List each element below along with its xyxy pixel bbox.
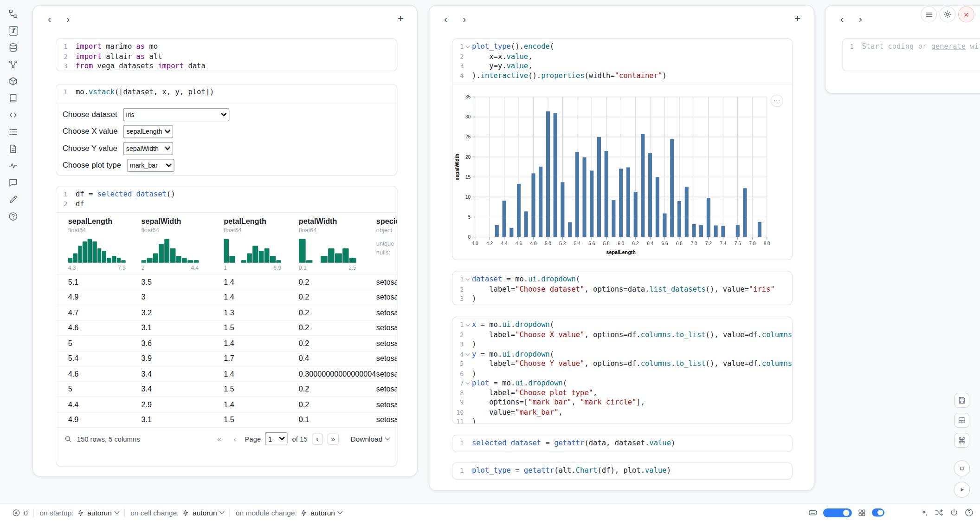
sidebar-item-file-explorer[interactable] — [5, 6, 21, 21]
fold-toggle-icon[interactable] — [464, 320, 472, 330]
table-row[interactable]: 4.63.41.40.30000000000000004setosa — [56, 366, 397, 382]
runtime-setting-dropdown[interactable]: on startup:autorun — [34, 509, 124, 516]
sidebar-item-scratchpad[interactable] — [5, 192, 21, 207]
close-panel-button[interactable]: × — [958, 6, 974, 22]
bar-chart[interactable]: 051015202530354.04.24.44.64.85.05.25.45.… — [452, 85, 793, 260]
table-row[interactable]: 53.41.50.2setosa — [56, 382, 397, 397]
settings-button[interactable] — [939, 6, 955, 22]
code-editor[interactable]: 1dataset = mo.ui.dropdown(2 label="Choos… — [452, 272, 792, 306]
code-cell-xy-plot-dropdowns[interactable]: 1x = mo.ui.dropdown(2 label="Choose X va… — [452, 317, 793, 424]
dropdown-choose-plot-type[interactable]: mark_bar — [127, 158, 174, 171]
column-expand-right-button[interactable]: › — [853, 11, 868, 26]
fold-toggle-icon[interactable] — [464, 274, 472, 284]
sidebar-item-functions[interactable]: f — [5, 23, 21, 38]
layout-button[interactable] — [954, 413, 969, 428]
compact-toggle[interactable] — [872, 508, 884, 517]
table-row[interactable]: 4.42.91.40.2setosa — [56, 397, 397, 412]
sidebar-item-data-sources[interactable] — [5, 40, 21, 55]
dropdown-choose-x-value[interactable]: sepalLength — [123, 125, 174, 138]
table-column-header[interactable]: speciesobjectuniquenulls: — [376, 217, 397, 271]
error-count-indicator[interactable]: 0 — [6, 508, 33, 517]
chart-actions-button[interactable]: ⋯ — [771, 94, 783, 107]
add-cell-button[interactable]: + — [393, 11, 408, 26]
sidebar-item-snippets[interactable] — [5, 108, 21, 123]
sidebar-item-outline[interactable] — [5, 91, 21, 105]
menu-button[interactable] — [921, 6, 937, 22]
code-cell-dataframe[interactable]: 1df = selected_dataset()2df sepalLengthf… — [56, 186, 398, 467]
download-button[interactable]: Download — [350, 435, 389, 443]
table-column-header[interactable]: petalWidthfloat64 0.12.5 — [299, 217, 376, 271]
add-cell-button[interactable]: + — [790, 11, 805, 26]
runtime-setting-dropdown[interactable]: on module change:autorun — [230, 509, 348, 516]
runtime-setting-dropdown[interactable]: on cell change:autorun — [125, 509, 229, 516]
save-button[interactable] — [954, 393, 969, 408]
last-page-button[interactable]: » — [328, 433, 339, 444]
code-editor[interactable]: 1plot_type = getattr(alt.Chart(df), plot… — [452, 463, 792, 479]
code-editor[interactable]: 1df = selected_dataset()2df — [56, 186, 397, 212]
sidebar-item-help[interactable] — [5, 209, 21, 224]
sidebar-item-packages[interactable] — [5, 74, 21, 89]
code-editor[interactable]: 1selected_dataset = getattr(data, datase… — [452, 435, 792, 451]
search-icon[interactable] — [64, 434, 72, 443]
code-placeholder[interactable]: Start coding or generate with AI — [862, 42, 980, 52]
code-line: 2 label="Choose X value", options=df.col… — [452, 330, 792, 340]
fold-toggle-icon[interactable] — [464, 349, 472, 359]
keyboard-shortcuts-button[interactable]: ⌘ — [954, 433, 969, 448]
sidebar-item-variables[interactable] — [5, 57, 21, 72]
keyboard-icon[interactable] — [808, 508, 818, 517]
dropdown-choose-y-value[interactable]: sepalWidth — [123, 142, 173, 155]
table-row[interactable]: 4.63.11.50.2setosa — [56, 320, 397, 336]
table-row[interactable]: 4.73.21.30.2setosa — [56, 305, 397, 320]
run-all-button[interactable] — [954, 482, 970, 498]
column-expand-right-button[interactable]: › — [457, 11, 472, 26]
column-expand-right-button[interactable]: › — [61, 11, 76, 26]
prev-page-button[interactable]: ‹ — [229, 433, 240, 444]
page-select[interactable]: 1 — [265, 432, 288, 445]
table-cell: 1.4 — [224, 293, 299, 302]
sidebar-item-tracing[interactable] — [5, 158, 21, 173]
table-column-header[interactable]: petalLengthfloat64 16.9 — [224, 217, 299, 271]
runtime-toggle[interactable] — [823, 508, 852, 517]
shuffle-icon[interactable] — [935, 508, 944, 517]
fold-toggle-icon[interactable] — [464, 378, 472, 388]
code-cell-imports[interactable]: 1import marimo as mo2import altair as al… — [56, 38, 398, 71]
code-editor[interactable]: 1plot_type().encode(2 x=x.value,3 y=y.va… — [452, 39, 792, 84]
chevron-down-icon — [337, 509, 342, 514]
svg-text:4.0: 4.0 — [472, 241, 478, 246]
sidebar-item-ai-chat[interactable] — [5, 175, 21, 190]
column-collapse-left-button[interactable]: ‹ — [834, 11, 849, 26]
table-row[interactable]: 53.61.40.2setosa — [56, 336, 397, 351]
code-cell-selected-dataset[interactable]: 1selected_dataset = getattr(data, datase… — [452, 435, 793, 452]
altair-chart-output[interactable]: 051015202530354.04.24.44.64.85.05.25.45.… — [452, 84, 792, 260]
scratchpad-cell[interactable]: 1 Start coding or generate with AI — [842, 38, 980, 71]
table-column-header[interactable]: sepalLengthfloat64 4.37.9 — [68, 217, 142, 271]
code-editor[interactable]: 1import marimo as mo2import altair as al… — [56, 39, 397, 72]
table-column-header[interactable]: sepalWidthfloat64 24.4 — [141, 217, 224, 271]
code-cell-dataset-dropdown[interactable]: 1dataset = mo.ui.dropdown(2 label="Choos… — [452, 271, 793, 305]
table-row[interactable]: 5.13.51.40.2setosa — [56, 274, 397, 290]
code-editor[interactable]: 1mo.vstack([dataset, x, y, plot]) — [56, 85, 397, 100]
table-row[interactable]: 4.931.40.2setosa — [56, 290, 397, 305]
sidebar-item-logs[interactable] — [5, 124, 21, 139]
dropdown-choose-dataset[interactable]: iris — [123, 108, 229, 121]
column-collapse-left-button[interactable]: ‹ — [42, 11, 57, 26]
first-page-button[interactable]: « — [213, 433, 225, 444]
fold-toggle-icon[interactable] — [464, 42, 472, 52]
runtime-setting-value: autorun — [310, 509, 335, 516]
sidebar-item-documentation[interactable] — [5, 141, 21, 156]
interrupt-button[interactable] — [954, 460, 970, 476]
code-cell-plot-type[interactable]: 1plot_type = getattr(alt.Chart(df), plot… — [452, 462, 793, 480]
code-cell-chart[interactable]: 1plot_type().encode(2 x=x.value,3 y=y.va… — [452, 38, 793, 260]
power-icon[interactable] — [949, 508, 959, 517]
code-editor[interactable]: 1x = mo.ui.dropdown(2 label="Choose X va… — [452, 317, 792, 424]
generate-with-ai-link[interactable]: generate — [931, 42, 966, 51]
table-row[interactable]: 5.43.91.70.4setosa — [56, 351, 397, 366]
code-cell-vstack[interactable]: 1mo.vstack([dataset, x, y, plot]) Choose… — [56, 84, 398, 176]
histogram-bar — [276, 260, 281, 262]
grid-icon[interactable] — [858, 508, 866, 517]
next-page-button[interactable]: › — [312, 433, 323, 444]
help-icon[interactable] — [964, 508, 974, 517]
table-row[interactable]: 4.93.11.50.1setosa — [56, 412, 397, 428]
ai-sparkles-icon[interactable] — [919, 508, 928, 517]
column-collapse-left-button[interactable]: ‹ — [438, 11, 453, 26]
